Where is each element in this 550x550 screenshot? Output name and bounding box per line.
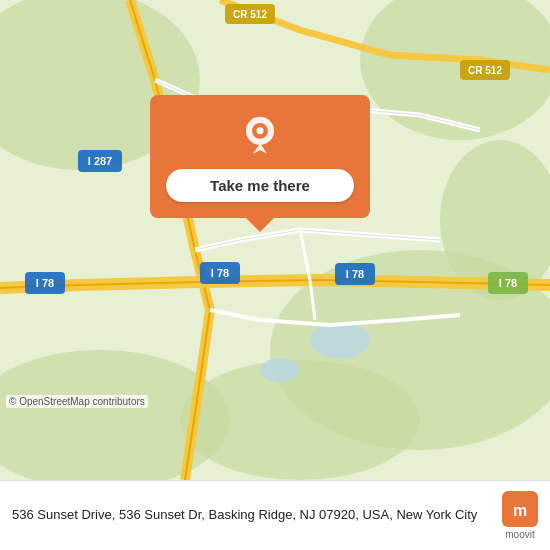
address-block: 536 Sunset Drive, 536 Sunset Dr, Basking…: [12, 506, 492, 524]
moovit-label: moovit: [505, 529, 534, 540]
map-container: I 287 I 78 I 78 I 78 CR 512 CR 512 I 78: [0, 0, 550, 480]
svg-text:I 78: I 78: [346, 268, 364, 280]
svg-text:I 78: I 78: [499, 277, 517, 289]
take-me-there-button[interactable]: Take me there: [166, 169, 354, 202]
moovit-icon: m: [502, 491, 538, 527]
svg-text:CR 512: CR 512: [233, 9, 267, 20]
osm-credit: © OpenStreetMap contributors: [6, 395, 148, 408]
svg-point-7: [310, 322, 370, 358]
svg-text:CR 512: CR 512: [468, 65, 502, 76]
svg-text:I 287: I 287: [88, 155, 112, 167]
location-pin-icon: [238, 115, 282, 159]
map-svg: I 287 I 78 I 78 I 78 CR 512 CR 512 I 78: [0, 0, 550, 480]
info-bar: 536 Sunset Drive, 536 Sunset Dr, Basking…: [0, 480, 550, 550]
moovit-logo: m moovit: [502, 491, 538, 540]
map-popup: Take me there: [150, 95, 370, 218]
address-text: 536 Sunset Drive, 536 Sunset Dr, Basking…: [12, 506, 492, 524]
svg-text:I 78: I 78: [36, 277, 54, 289]
svg-text:I 78: I 78: [211, 267, 229, 279]
svg-point-5: [180, 360, 420, 480]
svg-point-8: [260, 358, 300, 382]
svg-point-25: [256, 127, 263, 134]
svg-text:m: m: [513, 502, 527, 519]
